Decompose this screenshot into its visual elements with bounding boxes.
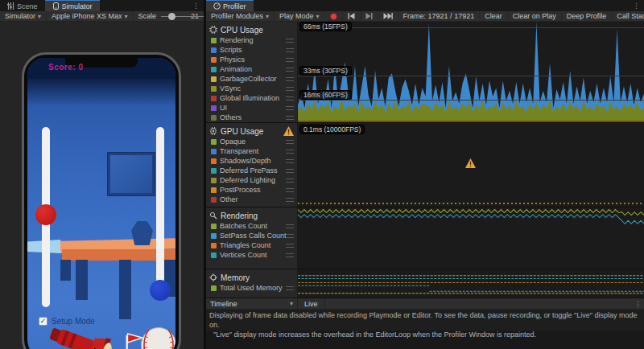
left-kebab-menu-icon[interactable]: ⋮	[188, 0, 204, 11]
target-mode-dropdown[interactable]: Play Mode▾	[275, 11, 325, 22]
gpu-module-header[interactable]: GPU Usage	[206, 123, 297, 137]
detail-view-dropdown[interactable]: Timeline▾	[206, 298, 298, 310]
fps-threshold-label: 0.1ms (10000FPS)	[299, 125, 365, 134]
memory-module-header[interactable]: Memory	[206, 269, 297, 283]
drag-handle-icon[interactable]	[286, 169, 294, 173]
cpu-module-header[interactable]: CPU Usage	[206, 22, 297, 35]
prev-frame-icon	[348, 13, 355, 19]
bottom-bar-kebab-icon[interactable]: ⋮	[632, 298, 644, 310]
drag-handle-icon[interactable]	[286, 159, 294, 163]
legend-item-vsync[interactable]: VSync	[206, 84, 297, 93]
legend-item-postprocess[interactable]: PostProcess	[206, 185, 297, 195]
record-icon	[330, 13, 337, 20]
drag-handle-icon[interactable]	[286, 106, 294, 110]
drag-handle-icon[interactable]	[286, 68, 294, 72]
legend-item-deferred-prepass[interactable]: Deferred PrePass	[206, 166, 297, 175]
profiler-bottom-bar: Timeline▾ Live ⋮	[206, 298, 644, 310]
drag-handle-icon[interactable]	[286, 87, 294, 91]
rendering-module-header[interactable]: Rendering	[206, 207, 297, 221]
drag-handle-icon[interactable]	[286, 116, 294, 120]
game-screen[interactable]: Score: 0 ✓ Setup Mode	[27, 58, 175, 349]
legend-item-label: Other	[220, 195, 238, 203]
drag-handle-icon[interactable]	[286, 150, 294, 154]
legend-item-ui[interactable]: UI	[206, 103, 297, 113]
cpu-legend-panel: CPU Usage RenderingScriptsPhysicsAnimati…	[206, 22, 298, 122]
legend-item-triangles-count[interactable]: Triangles Count	[206, 240, 297, 250]
tab-profiler[interactable]: Profiler	[206, 0, 254, 11]
drag-handle-icon[interactable]	[286, 234, 294, 238]
drag-handle-icon[interactable]	[286, 198, 294, 202]
call-stacks-dropdown[interactable]: Call Stacks▾	[612, 11, 644, 22]
baseball-icon[interactable]	[140, 326, 175, 349]
cpu-module-title: CPU Usage	[221, 26, 263, 35]
chevron-down-icon: ▾	[316, 13, 320, 20]
device-dropdown[interactable]: Apple iPhone XS Max▾	[47, 11, 134, 22]
profiler-pane: Profiler ⋮ Profiler Modules▾ Play Mode▾	[206, 0, 644, 349]
legend-item-deferred-lighting[interactable]: Deferred Lighting	[206, 175, 297, 185]
legend-item-other[interactable]: Other	[206, 195, 297, 204]
drag-handle-icon[interactable]	[286, 58, 294, 62]
clear-on-play-button[interactable]: Clear on Play	[508, 11, 562, 22]
cpu-usage-chart[interactable]: 66ms (15FPS)33ms (30FPS)16ms (60FPS)	[298, 22, 644, 122]
legend-item-shadows-depth[interactable]: Shadows/Depth	[206, 156, 297, 166]
record-button[interactable]	[325, 11, 343, 22]
rendering-legend-panel: Rendering Batches CountSetPass Calls Cou…	[206, 207, 298, 269]
prev-frame-button[interactable]	[343, 11, 361, 22]
profiler-modules-dropdown[interactable]: Profiler Modules▾	[206, 11, 275, 22]
drag-handle-icon[interactable]	[286, 48, 294, 52]
scale-slider-knob[interactable]	[168, 13, 175, 20]
legend-item-total-used-memory[interactable]: Total Used Memory	[206, 283, 297, 293]
memory-chart[interactable]	[298, 269, 644, 298]
chevron-down-icon: ▾	[290, 300, 293, 307]
drag-handle-icon[interactable]	[286, 96, 294, 101]
legend-item-opaque[interactable]: Opaque	[206, 137, 297, 146]
drag-handle-icon[interactable]	[286, 179, 294, 183]
legend-item-global-illumination[interactable]: Global Illumination	[206, 93, 297, 103]
drag-handle-icon[interactable]	[286, 39, 294, 43]
current-frame-button[interactable]	[378, 11, 398, 22]
setup-mode-label: Setup Mode	[52, 317, 95, 326]
scale-slider[interactable]	[161, 11, 191, 22]
drag-handle-icon[interactable]	[286, 188, 294, 192]
fps-threshold-label: 33ms (30FPS)	[299, 66, 352, 76]
legend-item-scripts[interactable]: Scripts	[206, 45, 297, 55]
simulator-mode-dropdown[interactable]: Simulator▾	[0, 11, 47, 22]
legend-item-label: GarbageCollector	[220, 75, 277, 83]
gpu-module-icon	[209, 127, 217, 135]
gpu-usage-chart[interactable]: 0.1ms (10000FPS)	[298, 123, 644, 207]
right-slider-track[interactable]	[156, 127, 164, 291]
legend-item-garbagecollector[interactable]: GarbageCollector	[206, 74, 297, 84]
flashlight-icon[interactable]	[45, 326, 119, 349]
drag-handle-icon[interactable]	[286, 140, 294, 144]
legend-item-transparent[interactable]: Transparent	[206, 146, 297, 156]
legend-item-animation[interactable]: Animation	[206, 64, 297, 74]
blue-slider-knob[interactable]	[150, 280, 171, 301]
next-frame-button[interactable]	[361, 11, 378, 22]
profiler-kebab-menu-icon[interactable]: ⋮	[629, 0, 644, 11]
setup-mode-checkbox[interactable]: ✓	[39, 317, 47, 326]
drag-handle-icon[interactable]	[286, 253, 294, 257]
deep-profile-button[interactable]: Deep Profile	[562, 11, 613, 22]
chevron-down-icon: ▾	[266, 13, 269, 20]
drag-handle-icon[interactable]	[286, 244, 294, 248]
tab-scene[interactable]: Scene	[0, 0, 45, 11]
tab-scene-label: Scene	[17, 2, 38, 10]
drag-handle-icon[interactable]	[286, 224, 294, 228]
drag-handle-icon[interactable]	[286, 77, 294, 81]
legend-item-others[interactable]: Others	[206, 113, 297, 122]
color-chip-icon	[211, 253, 217, 258]
legend-item-physics[interactable]: Physics	[206, 55, 297, 64]
color-chip-icon	[211, 76, 217, 82]
legend-item-vertices-count[interactable]: Vertices Count	[206, 250, 297, 260]
legend-item-rendering[interactable]: Rendering	[206, 35, 297, 45]
tab-simulator[interactable]: Simulator	[45, 0, 100, 11]
live-toggle-button[interactable]: Live	[298, 298, 325, 310]
fps-threshold-label: 66ms (15FPS)	[299, 22, 352, 31]
red-slider-knob[interactable]	[35, 204, 56, 225]
color-chip-icon	[211, 168, 217, 174]
drag-handle-icon[interactable]	[286, 286, 294, 290]
rendering-chart[interactable]	[298, 207, 644, 269]
legend-item-batches-count[interactable]: Batches Count	[206, 221, 297, 231]
clear-button[interactable]: Clear	[480, 11, 508, 22]
legend-item-setpass-calls-count[interactable]: SetPass Calls Count	[206, 231, 297, 240]
